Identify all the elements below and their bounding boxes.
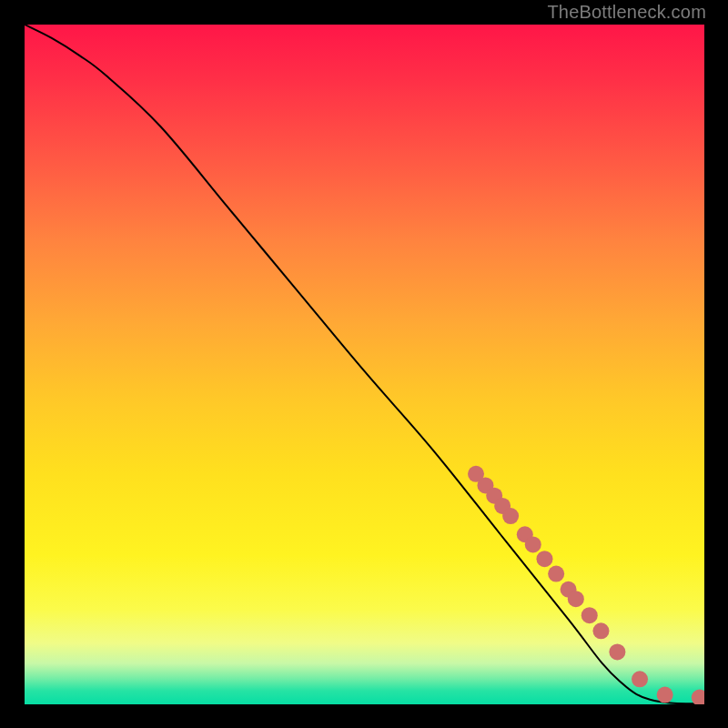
curve-markers xyxy=(468,466,704,704)
data-marker xyxy=(525,536,541,552)
data-marker xyxy=(632,671,648,687)
data-marker xyxy=(568,591,584,607)
data-marker xyxy=(548,566,564,582)
data-marker xyxy=(692,690,704,704)
data-marker xyxy=(502,508,519,524)
chart-area xyxy=(25,25,704,704)
curve-layer xyxy=(25,25,704,704)
data-marker xyxy=(609,643,625,660)
data-marker xyxy=(657,687,673,703)
data-marker xyxy=(581,607,598,623)
data-marker xyxy=(536,551,552,567)
data-marker xyxy=(592,622,609,639)
bottleneck-curve xyxy=(25,25,704,703)
attribution-label: TheBottleneck.com xyxy=(547,2,706,23)
